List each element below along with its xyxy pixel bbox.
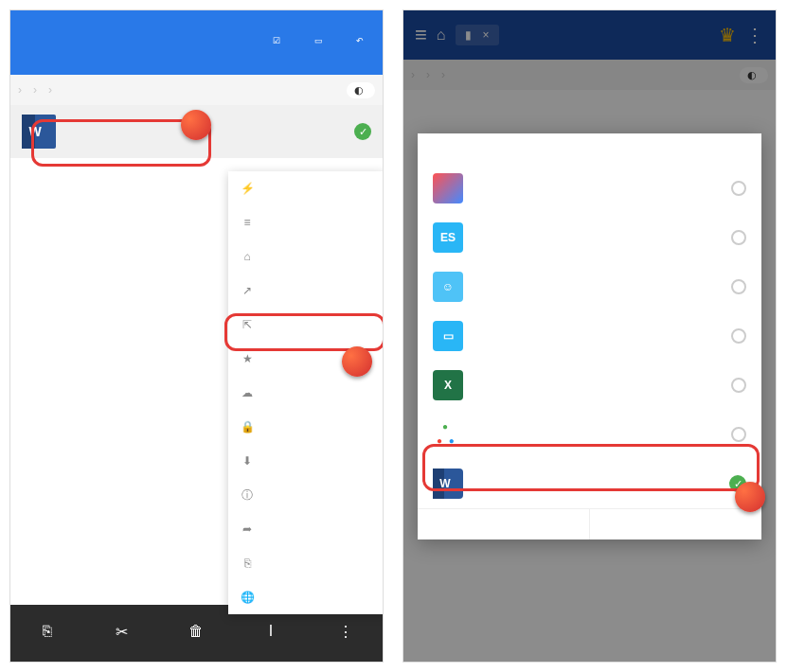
- storage-badge[interactable]: ◐: [347, 82, 375, 98]
- cut-button[interactable]: ✂: [113, 622, 132, 645]
- dialog-buttons: [418, 508, 761, 539]
- app-word[interactable]: W ✓: [418, 459, 761, 508]
- more-button[interactable]: ⋮: [336, 622, 355, 645]
- docs-viewer-icon: [433, 173, 463, 203]
- bolt-icon: ⚡: [240, 181, 255, 196]
- check-icon: ✓: [354, 123, 371, 140]
- rename-icon: I: [261, 622, 280, 641]
- home-icon: ⌂: [240, 249, 255, 264]
- globe-icon: 🌐: [240, 590, 255, 605]
- menu-encrypt[interactable]: 🔒: [228, 410, 384, 444]
- radio-icon: [731, 181, 746, 196]
- breadcrumb: › › › ◐: [10, 75, 383, 105]
- left-phone: ☑ ▭ ↶ › › › ◐: [9, 9, 384, 663]
- select-interval-button[interactable]: ▭: [307, 29, 330, 56]
- toolbar: ☑ ▭ ↶: [10, 10, 383, 75]
- copy-icon: ⎘: [240, 556, 255, 571]
- badge-1: [181, 110, 211, 140]
- menu-share[interactable]: ↗: [228, 274, 384, 308]
- once-button[interactable]: [590, 509, 761, 539]
- copy-button[interactable]: ⎘: [38, 622, 57, 645]
- compress-icon: ⬇: [240, 453, 255, 469]
- menu-open-as[interactable]: ⇱: [228, 308, 384, 342]
- officesuite-icon: [433, 419, 463, 450]
- es-editor-icon: ES: [433, 222, 463, 253]
- lock-icon: 🔒: [240, 419, 255, 434]
- word-icon: W: [22, 115, 56, 149]
- open-icon: ⇱: [240, 317, 255, 332]
- chevron-icon: ›: [33, 83, 37, 97]
- app-contacts[interactable]: ☺: [418, 262, 761, 311]
- contacts-icon: ☺: [433, 272, 463, 302]
- cancel-button[interactable]: ↶: [349, 29, 371, 56]
- menu-send[interactable]: ⚡: [228, 171, 384, 205]
- dots-icon: ⋮: [336, 622, 355, 641]
- pie-icon: ◐: [354, 84, 364, 97]
- excel-icon: X: [433, 370, 463, 400]
- interval-icon: ▭: [307, 29, 330, 52]
- always-button[interactable]: [418, 509, 590, 539]
- app-excel[interactable]: X: [418, 361, 761, 410]
- lines-icon: ≡: [240, 215, 255, 230]
- share-icon: ↗: [240, 283, 255, 298]
- info-icon: ⓘ: [240, 487, 255, 503]
- cut-icon: ✂: [113, 622, 132, 641]
- radio-icon: [731, 427, 746, 442]
- chevron-icon: ›: [48, 83, 52, 97]
- menu-backup[interactable]: ☁: [228, 376, 384, 410]
- word-icon: W: [433, 469, 463, 499]
- menu-move[interactable]: ➦: [228, 512, 384, 546]
- right-phone: ≡ ⌂ ▮ × ♛ ⋮ › › › ◐: [402, 9, 777, 663]
- menu-add-home[interactable]: ⌂: [228, 239, 384, 274]
- rename-button[interactable]: I: [261, 622, 280, 645]
- star-icon: ★: [240, 351, 255, 366]
- dialog-title: [418, 133, 761, 164]
- trash-icon: 🗑: [187, 622, 206, 641]
- menu-properties[interactable]: ⓘ: [228, 478, 384, 512]
- app-editor[interactable]: ▭: [418, 311, 761, 361]
- radio-icon: [731, 230, 746, 245]
- open-with-dialog: ES ☺ ▭ X: [418, 133, 761, 539]
- delete-button[interactable]: 🗑: [187, 622, 206, 645]
- cancel-selection-button[interactable]: ☑: [265, 29, 288, 56]
- badge-3: [735, 482, 765, 512]
- context-menu: ⚡ ≡ ⌂ ↗ ⇱ ★ ☁ 🔒 ⬇ ⓘ ➦ ⎘ 🌐: [228, 171, 384, 614]
- menu-copy-to[interactable]: ⎘: [228, 546, 384, 580]
- app-docs-viewer[interactable]: [418, 164, 761, 213]
- menu-hide[interactable]: ≡: [228, 205, 384, 239]
- radio-icon: [731, 279, 746, 294]
- menu-compress[interactable]: ⬇: [228, 444, 384, 478]
- cloud-icon: ☁: [240, 385, 255, 400]
- badge-2: [342, 346, 372, 377]
- checkbox-icon: ☑: [265, 29, 288, 52]
- arrow-icon: ➦: [240, 522, 255, 537]
- undo-icon: ↶: [349, 29, 371, 52]
- radio-icon: [731, 328, 746, 344]
- menu-web-search[interactable]: 🌐: [228, 580, 384, 614]
- app-es-editor[interactable]: ES: [418, 213, 761, 262]
- copy-icon: ⎘: [38, 622, 57, 641]
- chevron-icon: ›: [18, 83, 22, 97]
- app-officesuite[interactable]: [418, 410, 761, 459]
- radio-icon: [731, 378, 746, 393]
- editor-icon: ▭: [433, 321, 463, 351]
